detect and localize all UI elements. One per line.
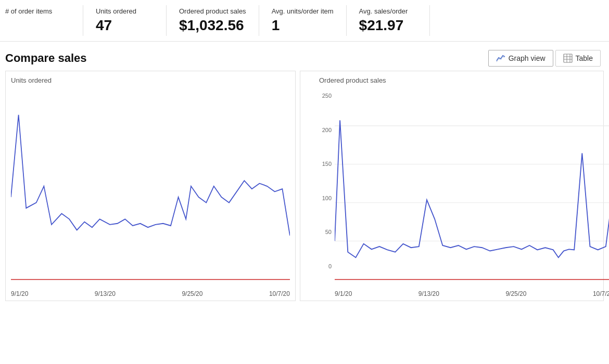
graph-view-label: Graph view <box>509 54 545 62</box>
metric-units-ordered: Units ordered 47 <box>83 5 167 36</box>
chart-sales-area: 9/1/20 9/13/20 9/25/20 10/7/20 <box>335 87 609 285</box>
y-label-250: 250 <box>319 93 334 99</box>
graph-icon <box>496 54 505 63</box>
table-view-label: Table <box>576 54 593 62</box>
chart-units-title: Units ordered <box>11 76 290 84</box>
metric-product-sales-label: Ordered product sales <box>179 7 246 15</box>
chart-units-x-labels: 9/1/20 9/13/20 9/25/20 10/7/20 <box>11 290 290 297</box>
y-label-100: 100 <box>319 195 334 201</box>
x-label-1: 9/13/20 <box>95 290 116 297</box>
metric-avg-units-label: Avg. units/order item <box>272 7 334 15</box>
svg-rect-0 <box>564 54 572 62</box>
chart-units-area: 9/1/20 9/13/20 9/25/20 10/7/20 <box>11 87 290 285</box>
x-sales-label-3: 10/7/20 <box>593 290 609 297</box>
x-label-2: 9/25/20 <box>182 290 202 297</box>
x-label-3: 10/7/20 <box>269 290 290 297</box>
metric-avg-sales-label: Avg. sales/order <box>359 7 417 15</box>
chart-product-sales: Ordered product sales 250 200 150 100 50… <box>300 71 604 301</box>
table-view-button[interactable]: Table <box>555 50 601 67</box>
x-sales-label-2: 9/25/20 <box>505 290 526 297</box>
view-toggle: Graph view Table <box>488 50 601 67</box>
x-sales-label-0: 9/1/20 <box>335 290 352 297</box>
metric-units-ordered-value: 47 <box>96 17 154 34</box>
chart-units-ordered: Units ordered 9/1/20 9/13/20 9/25/20 10/… <box>5 71 296 301</box>
metric-units-ordered-label: Units ordered <box>96 7 154 15</box>
graph-view-button[interactable]: Graph view <box>488 50 553 67</box>
y-label-50: 50 <box>319 229 334 235</box>
metric-product-sales-value: $1,032.56 <box>179 17 246 34</box>
section-header: Compare sales Graph view Table <box>0 42 609 71</box>
y-axis-labels: 250 200 150 100 50 0 <box>319 93 334 269</box>
table-icon <box>563 54 573 63</box>
x-sales-label-1: 9/13/20 <box>418 290 439 297</box>
y-label-150: 150 <box>319 161 334 167</box>
chart-sales-title: Ordered product sales <box>319 76 598 84</box>
y-label-0: 0 <box>319 263 334 269</box>
metrics-bar: # of order items Units ordered 47 Ordere… <box>0 0 609 42</box>
metric-order-items: # of order items <box>0 5 83 36</box>
y-label-200: 200 <box>319 127 334 133</box>
chart-units-svg <box>11 87 290 285</box>
metric-avg-units: Avg. units/order item 1 <box>259 5 347 36</box>
metric-avg-sales-value: $21.97 <box>359 17 417 34</box>
metric-avg-units-value: 1 <box>272 17 334 34</box>
chart-sales-x-labels: 9/1/20 9/13/20 9/25/20 10/7/20 <box>335 290 609 297</box>
metric-order-items-label: # of order items <box>5 7 70 15</box>
section-title: Compare sales <box>5 51 87 65</box>
x-label-0: 9/1/20 <box>11 290 28 297</box>
charts-container: Units ordered 9/1/20 9/13/20 9/25/20 10/… <box>0 71 609 301</box>
chart-sales-wrapper: 250 200 150 100 50 0 <box>319 87 598 285</box>
metric-avg-sales: Avg. sales/order $21.97 <box>347 5 430 36</box>
metric-product-sales: Ordered product sales $1,032.56 <box>167 5 259 36</box>
chart-sales-svg <box>335 87 609 285</box>
